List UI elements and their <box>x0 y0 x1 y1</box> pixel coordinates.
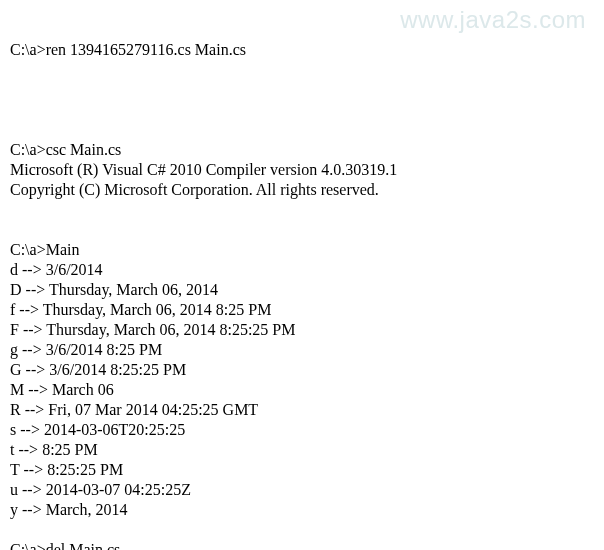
output-line-g: g --> 3/6/2014 8:25 PM <box>10 340 594 360</box>
output-line-f: f --> Thursday, March 06, 2014 8:25 PM <box>10 300 594 320</box>
output-line-M: M --> March 06 <box>10 380 594 400</box>
console-line-ren: C:\a>ren 1394165279116.cs Main.cs <box>10 40 594 60</box>
spacer <box>10 60 594 140</box>
console-line-copyright: Copyright (C) Microsoft Corporation. All… <box>10 180 594 200</box>
output-line-R: R --> Fri, 07 Mar 2014 04:25:25 GMT <box>10 400 594 420</box>
output-line-s: s --> 2014-03-06T20:25:25 <box>10 420 594 440</box>
console-line-main: C:\a>Main <box>10 240 594 260</box>
output-line-t: t --> 8:25 PM <box>10 440 594 460</box>
watermark-text: www.java2s.com <box>400 6 586 34</box>
spacer <box>10 200 594 240</box>
output-line-T: T --> 8:25:25 PM <box>10 460 594 480</box>
console-line-csc: C:\a>csc Main.cs <box>10 140 594 160</box>
output-line-u: u --> 2014-03-07 04:25:25Z <box>10 480 594 500</box>
output-line-y: y --> March, 2014 <box>10 500 594 520</box>
output-line-F: F --> Thursday, March 06, 2014 8:25:25 P… <box>10 320 594 340</box>
output-line-G: G --> 3/6/2014 8:25:25 PM <box>10 360 594 380</box>
console-line-del: C:\a>del Main.cs <box>10 540 594 550</box>
output-line-d: d --> 3/6/2014 <box>10 260 594 280</box>
console-line-compiler-version: Microsoft (R) Visual C# 2010 Compiler ve… <box>10 160 594 180</box>
spacer <box>10 520 594 540</box>
output-line-D: D --> Thursday, March 06, 2014 <box>10 280 594 300</box>
